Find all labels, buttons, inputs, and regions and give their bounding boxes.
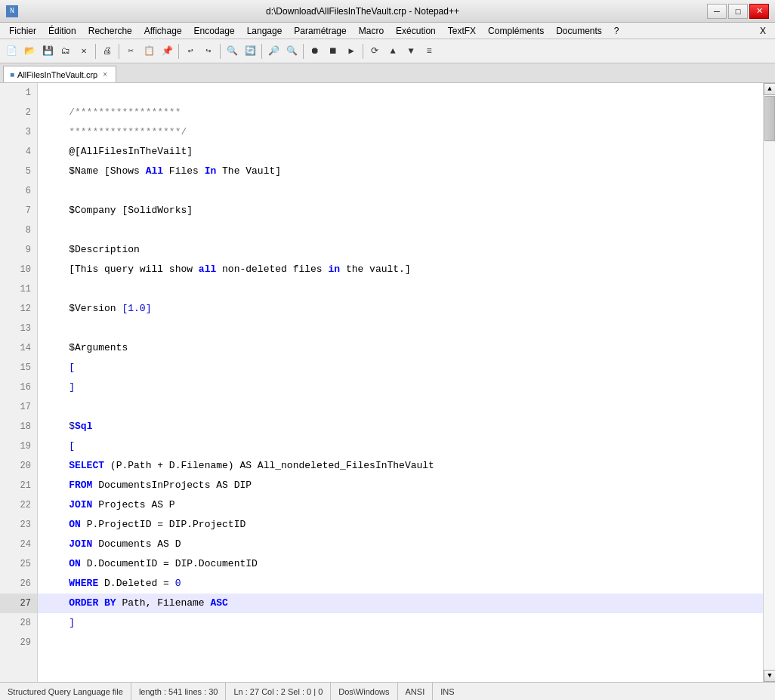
line-num-14: 14 [0, 338, 37, 358]
toolbar-macro-stop[interactable]: ⏹ [325, 43, 341, 60]
scroll-track[interactable] [764, 95, 775, 670]
line-num-18: 18 [0, 417, 37, 436]
status-insert-mode: INS [433, 683, 462, 700]
toolbar-down[interactable]: ▼ [403, 43, 419, 60]
code-line-5: $Name [Shows All Files In The Vault] [38, 162, 763, 181]
menu-affichage[interactable]: Affichage [138, 24, 188, 38]
code-line-3: *******************/ [38, 122, 763, 142]
toolbar-save[interactable]: 💾 [39, 43, 56, 60]
toolbar-replace[interactable]: 🔄 [242, 43, 258, 60]
toolbar-separator-4 [220, 44, 221, 59]
toolbar-new[interactable]: 📄 [3, 43, 20, 60]
toolbar-separator-2 [119, 44, 119, 59]
app-icon: N [6, 5, 18, 17]
close-button[interactable]: ✕ [749, 4, 769, 19]
code-line-24: JOIN Documents AS D [38, 535, 763, 554]
code-line-8 [38, 220, 763, 240]
tab-allfilesinvault[interactable]: ■ AllFilesInTheVault.crp × [3, 66, 116, 82]
code-line-6 [38, 181, 763, 201]
menu-complements[interactable]: Compléments [482, 24, 550, 38]
line-num-4: 4 [0, 142, 37, 162]
toolbar-zoom-out[interactable]: 🔍 [283, 43, 300, 60]
toolbar-undo[interactable]: ↩ [182, 43, 199, 60]
toolbar-cut[interactable]: ✂ [122, 43, 139, 60]
code-line-19: [ [38, 436, 763, 456]
status-length-lines: length : 541 lines : 30 [131, 683, 227, 700]
toolbar-redo[interactable]: ↪ [200, 43, 217, 60]
status-encoding: ANSI [398, 683, 434, 700]
code-editor[interactable]: /****************** *******************/… [38, 83, 763, 682]
code-line-10: [This query will show all non-deleted fi… [38, 260, 763, 279]
code-line-4: @[AllFilesInTheVailt] [38, 142, 763, 162]
menu-bar: Fichier Édition Recherche Affichage Enco… [0, 23, 775, 39]
menu-textfx[interactable]: TextFX [442, 24, 482, 38]
toolbar-print[interactable]: 🖨 [99, 43, 116, 60]
scroll-up-arrow[interactable]: ▲ [764, 83, 775, 95]
toolbar-sync[interactable]: ⟳ [366, 43, 383, 60]
toolbar-separator-1 [95, 44, 96, 59]
menu-encodage[interactable]: Encodage [188, 24, 241, 38]
line-numbers: 1234567891011121314151617181920212223242… [0, 83, 38, 682]
toolbar-save-all[interactable]: 🗂 [57, 43, 74, 60]
line-num-24: 24 [0, 535, 37, 554]
line-num-12: 12 [0, 299, 37, 319]
maximize-button[interactable]: □ [728, 4, 748, 19]
tab-label: AllFilesInTheVault.crp [17, 70, 97, 79]
line-num-20: 20 [0, 456, 37, 476]
status-line-ending: Dos\Windows [331, 683, 397, 700]
menu-macro[interactable]: Macro [353, 24, 390, 38]
menu-execution[interactable]: Exécution [390, 24, 442, 38]
line-num-23: 23 [0, 515, 37, 535]
status-file-type: Structured Query Language file [0, 683, 131, 700]
menu-edition[interactable]: Édition [42, 24, 82, 38]
toolbar-close[interactable]: ✕ [76, 43, 92, 60]
line-num-9: 9 [0, 240, 37, 260]
code-line-22: JOIN Projects AS P [38, 495, 763, 515]
menu-documents[interactable]: Documents [550, 24, 608, 38]
toolbar-separator-6 [303, 44, 304, 59]
code-line-21: FROM DocumentsInProjects AS DIP [38, 476, 763, 495]
code-line-26: WHERE D.Deleted = 0 [38, 574, 763, 594]
line-num-26: 26 [0, 574, 37, 594]
scrollbar[interactable]: ▲ ▼ [763, 83, 775, 682]
menu-parametrage[interactable]: Paramétrage [288, 24, 352, 38]
close-x-button[interactable]: X [754, 24, 772, 38]
tab-close-button[interactable]: × [100, 70, 110, 79]
code-line-2: /****************** [38, 103, 763, 122]
code-line-20: SELECT (P.Path + D.Filename) AS All_nond… [38, 456, 763, 476]
code-line-27: ORDER BY Path, Filename ASC [38, 594, 763, 613]
toolbar-copy[interactable]: 📋 [140, 43, 157, 60]
toolbar-paste[interactable]: 📌 [159, 43, 175, 60]
menu-langage[interactable]: Langage [241, 24, 289, 38]
toolbar-find[interactable]: 🔍 [224, 43, 240, 60]
tab-icon: ■ [10, 70, 14, 79]
code-line-16: ] [38, 378, 763, 397]
code-line-14: $Arguments [38, 338, 763, 358]
toolbar-zoom-in[interactable]: 🔎 [265, 43, 282, 60]
scroll-down-arrow[interactable]: ▼ [764, 670, 775, 682]
toolbar-extra[interactable]: ≡ [421, 43, 437, 60]
line-num-25: 25 [0, 554, 37, 574]
line-num-8: 8 [0, 220, 37, 240]
minimize-button[interactable]: ─ [707, 4, 727, 19]
toolbar-macro-rec[interactable]: ⏺ [307, 43, 323, 60]
toolbar-open[interactable]: 📂 [21, 43, 38, 60]
menu-recherche[interactable]: Recherche [82, 24, 138, 38]
toolbar-separator-7 [363, 44, 363, 59]
menu-help[interactable]: ? [608, 24, 625, 38]
line-num-3: 3 [0, 122, 37, 142]
toolbar-up[interactable]: ▲ [384, 43, 401, 60]
line-num-13: 13 [0, 319, 37, 338]
code-line-29 [38, 633, 763, 652]
code-line-9: $Description [38, 240, 763, 260]
line-num-5: 5 [0, 162, 37, 181]
status-position: Ln : 27 Col : 2 Sel : 0 | 0 [226, 683, 331, 700]
toolbar-macro-play[interactable]: ▶ [343, 43, 360, 60]
code-line-11 [38, 279, 763, 299]
code-line-25: ON D.DocumentID = DIP.DocumentID [38, 554, 763, 574]
scroll-thumb[interactable] [764, 96, 775, 141]
menu-fichier[interactable]: Fichier [3, 24, 42, 38]
editor-container: 1234567891011121314151617181920212223242… [0, 83, 775, 682]
code-line-1 [38, 83, 763, 103]
code-line-7: $Company [SolidWorks] [38, 201, 763, 220]
